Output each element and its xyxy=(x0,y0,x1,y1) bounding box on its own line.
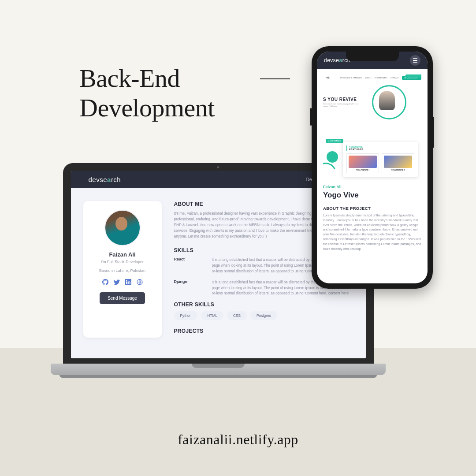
linkedin-icon[interactable] xyxy=(125,279,131,285)
globe-icon[interactable] xyxy=(137,279,143,285)
headline-dash xyxy=(260,78,290,79)
feature-card: YOGA FEATURE 1 xyxy=(346,153,379,173)
avatar xyxy=(104,210,141,246)
chip: Python xyxy=(174,311,198,320)
hero-image-circle xyxy=(372,85,406,119)
laptop-camera-icon xyxy=(217,166,219,168)
decor-circle xyxy=(327,151,338,163)
preview-menu: PROGRAMS & TRAININGS ABOUT TESTIMONIALS … xyxy=(340,77,399,79)
phone-body: IVE PROGRAMS & TRAININGS ABOUT TESTIMONI… xyxy=(317,69,428,256)
feature-card: YOGA FEATURE 2 xyxy=(382,153,414,173)
preview-heading: S YOU REVIVE xyxy=(323,97,368,102)
chip: Postgres xyxy=(250,311,277,320)
social-icons xyxy=(89,279,156,285)
features-card: YOGAVIVE FEATURES YOGA FEATURE 1 YOGA FE… xyxy=(343,142,418,177)
feature-illustration xyxy=(384,156,412,168)
preview-hero-text: S YOU REVIVE Come relax & learn from tru… xyxy=(323,97,368,108)
profile-card: Faizan Ali I'm Full Stack Developer Base… xyxy=(83,201,162,338)
preview-hero: S YOU REVIVE Come relax & learn from tru… xyxy=(323,85,421,119)
preview-menu-item[interactable]: PROGRAMS & TRAININGS xyxy=(340,77,362,79)
brand-logo[interactable]: devsearch xyxy=(89,176,121,183)
project-author[interactable]: Faizan Ali xyxy=(323,185,421,189)
feature-label: YOGA FEATURE 2 xyxy=(384,169,412,171)
features-title-b: FEATURES xyxy=(349,148,363,151)
headline: Back-End Development xyxy=(79,64,215,123)
headline-line1: Back-End xyxy=(79,64,180,93)
projects-title: PROJECTS xyxy=(174,328,353,334)
about-project-title: ABOUT THE PROJECT xyxy=(323,206,421,211)
skill-name: Django xyxy=(174,279,197,297)
headline-line2: Development xyxy=(79,93,215,122)
project-preview: IVE PROGRAMS & TRAININGS ABOUT TESTIMONI… xyxy=(323,74,421,180)
preview-menu-item[interactable]: TESTIMONIALS xyxy=(375,77,387,79)
hamburger-icon[interactable] xyxy=(410,55,420,66)
feature-illustration xyxy=(349,156,377,168)
feature-label: YOGA FEATURE 1 xyxy=(349,169,377,171)
phone-notch xyxy=(346,52,399,61)
preview-menu-item[interactable]: CONTACT xyxy=(390,77,399,79)
twitter-icon[interactable] xyxy=(114,279,120,285)
send-message-button[interactable]: Send Message xyxy=(100,292,145,304)
profile-role: I'm Full Stack Developer xyxy=(89,260,156,264)
preview-sub: Come relax & learn from trusted yoga tea… xyxy=(323,103,359,108)
profile-name: Faizan Ali xyxy=(89,251,156,258)
accent-shape xyxy=(404,74,421,78)
project-title: Yogo Vive xyxy=(323,191,421,200)
features-title: YOGAVIVE FEATURES xyxy=(346,145,414,151)
phone-mockup: devsearch IVE PROGRAMS & TRAININGS ABOUT… xyxy=(312,46,433,289)
footer-url: faizanalii.netlify.app xyxy=(0,431,476,448)
live-training-chip: ☰ LIVE TRAINING xyxy=(326,139,343,143)
laptop-foot xyxy=(60,375,377,378)
features-row: YOGA FEATURE 1 YOGA FEATURE 2 xyxy=(346,153,414,173)
chip: CSS xyxy=(227,311,247,320)
chips-row: Python HTML CSS Postgres xyxy=(174,311,353,320)
github-icon[interactable] xyxy=(102,279,108,285)
profile-location: Based in Lahore, Pakistan xyxy=(89,268,156,273)
decor-arc xyxy=(323,160,339,180)
other-skills-title: OTHER SKILLS xyxy=(174,301,353,308)
preview-logo-text: IVE xyxy=(326,76,330,79)
chip: HTML xyxy=(201,311,223,320)
laptop-base xyxy=(51,364,386,375)
preview-menu-item[interactable]: ABOUT xyxy=(365,77,372,79)
phone-screen: devsearch IVE PROGRAMS & TRAININGS ABOUT… xyxy=(317,52,428,283)
about-project-text: Lorem Ipsum is simply dummy text of the … xyxy=(323,213,421,251)
skill-name: React xyxy=(174,257,197,274)
